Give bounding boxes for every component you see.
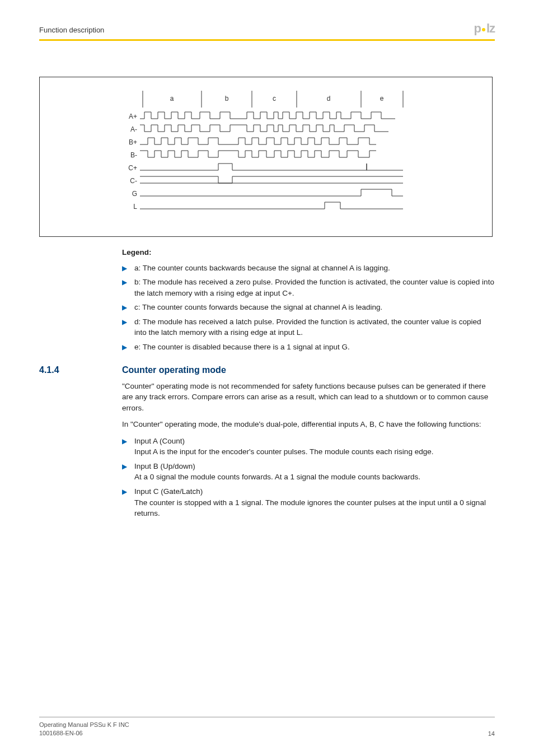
header-rule bbox=[39, 39, 495, 41]
diagram-col-b: b bbox=[225, 95, 229, 102]
diagram-col-e: e bbox=[380, 95, 384, 102]
bullet-arrow-icon: ▶ bbox=[122, 462, 127, 472]
svg-text:G: G bbox=[132, 190, 137, 198]
svg-text:B-: B- bbox=[130, 151, 137, 159]
section-item-input-b: ▶ Input B (Up/down) At a 0 signal the mo… bbox=[122, 461, 495, 483]
footer-doc-id: 1001688-EN-06 bbox=[39, 729, 129, 737]
legend-list: ▶a: The counter counts backwards because… bbox=[122, 263, 495, 353]
section-paragraph-1: "Counter" operating mode is not recommen… bbox=[122, 381, 495, 414]
logo-dot-icon bbox=[482, 28, 485, 31]
svg-text:B+: B+ bbox=[129, 138, 137, 146]
bullet-arrow-icon: ▶ bbox=[122, 343, 127, 352]
footer-manual-title: Operating Manual PSSu K F INC bbox=[39, 721, 129, 729]
diagram-col-c: c bbox=[273, 95, 276, 102]
section-number: 4.1.4 bbox=[39, 365, 122, 375]
section-paragraph-2: In "Counter" operating mode, the module'… bbox=[122, 419, 495, 430]
timing-diagram-frame: a b c d e A+ A- B+ B- C+ C- G L bbox=[39, 77, 493, 237]
legend-item-d: ▶d: The module has received a latch puls… bbox=[122, 316, 495, 338]
timing-diagram-svg: a b c d e A+ A- B+ B- C+ C- G L bbox=[109, 91, 423, 220]
legend-item-c: ▶c: The counter counts forwards because … bbox=[122, 302, 495, 313]
footer-page-number: 14 bbox=[488, 730, 495, 737]
page-footer: Operating Manual PSSu K F INC 1001688-EN… bbox=[39, 717, 495, 737]
bullet-arrow-icon: ▶ bbox=[122, 303, 127, 312]
logo-text-lz: lz bbox=[486, 21, 495, 36]
section-item-input-c: ▶ Input C (Gate/Latch) The counter is st… bbox=[122, 486, 495, 519]
section-title: Counter operating mode bbox=[122, 365, 226, 375]
svg-text:A+: A+ bbox=[129, 113, 137, 120]
legend-item-e: ▶e: The counter is disabled because ther… bbox=[122, 342, 495, 353]
diagram-col-d: d bbox=[327, 95, 331, 102]
section-item-input-a: ▶ Input A (Count) Input A is the input f… bbox=[122, 436, 495, 458]
diagram-col-a: a bbox=[170, 95, 174, 102]
svg-text:C-: C- bbox=[130, 177, 137, 185]
svg-text:A-: A- bbox=[130, 125, 137, 133]
bullet-arrow-icon: ▶ bbox=[122, 437, 127, 446]
bullet-arrow-icon: ▶ bbox=[122, 487, 127, 497]
legend-heading: Legend: bbox=[122, 247, 495, 258]
legend-item-b: ▶b: The module has received a zero pulse… bbox=[122, 277, 495, 298]
svg-text:C+: C+ bbox=[128, 164, 137, 172]
section-list: ▶ Input A (Count) Input A is the input f… bbox=[122, 436, 495, 519]
bullet-arrow-icon: ▶ bbox=[122, 278, 127, 287]
legend-item-a: ▶a: The counter counts backwards because… bbox=[122, 263, 495, 274]
header-title: Function description bbox=[39, 26, 104, 34]
svg-text:L: L bbox=[133, 203, 137, 211]
bullet-arrow-icon: ▶ bbox=[122, 264, 127, 273]
logo-text-p: p bbox=[474, 21, 480, 36]
brand-logo: p lz bbox=[474, 21, 495, 36]
bullet-arrow-icon: ▶ bbox=[122, 318, 127, 327]
